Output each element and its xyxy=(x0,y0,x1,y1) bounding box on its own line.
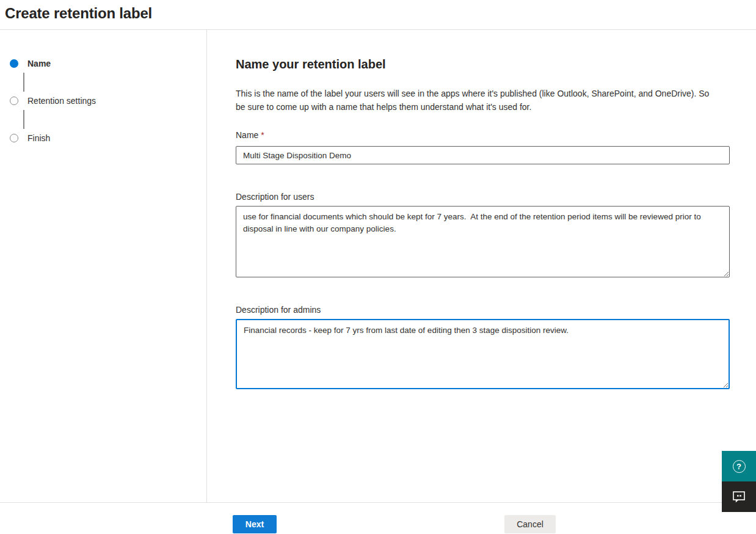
name-input[interactable] xyxy=(236,146,730,164)
help-button[interactable]: ? xyxy=(722,451,756,481)
wizard-sidebar: Name Retention settings Finish xyxy=(0,30,207,502)
feedback-speech-bubble-icon xyxy=(732,490,746,503)
step-label: Retention settings xyxy=(27,96,96,106)
step-connector xyxy=(23,110,24,129)
step-dot-empty-icon xyxy=(10,97,18,105)
required-asterisk: * xyxy=(261,130,264,140)
step-dot-empty-icon xyxy=(10,134,18,142)
step-label: Name xyxy=(27,59,51,68)
stepper-step-name[interactable]: Name xyxy=(10,59,206,68)
cancel-button[interactable]: Cancel xyxy=(504,515,556,533)
section-heading: Name your retention label xyxy=(236,56,730,73)
description-admins-label: Description for admins xyxy=(236,305,730,315)
step-dot-filled-icon xyxy=(10,59,18,68)
section-description: This is the name of the label your users… xyxy=(236,87,715,114)
wizard-page-content: Name your retention label This is the na… xyxy=(236,30,730,389)
description-admins-textarea[interactable] xyxy=(236,319,730,389)
stepper-step-finish[interactable]: Finish xyxy=(10,133,206,143)
step-connector xyxy=(23,73,24,92)
page-title: Create retention label xyxy=(5,5,152,22)
feedback-button[interactable] xyxy=(722,481,756,512)
stepper-step-retention-settings[interactable]: Retention settings xyxy=(10,96,206,106)
page-header: Create retention label xyxy=(0,0,756,30)
step-label: Finish xyxy=(27,133,50,143)
circled-question-mark-icon: ? xyxy=(733,460,746,473)
description-users-label: Description for users xyxy=(236,192,730,202)
name-field-label: Name* xyxy=(236,130,730,140)
footer-divider xyxy=(0,502,756,503)
wizard-stepper: Name Retention settings Finish xyxy=(0,30,206,143)
description-users-textarea[interactable] xyxy=(236,206,730,277)
label-text: Name xyxy=(236,130,258,140)
next-button[interactable]: Next xyxy=(233,515,277,533)
